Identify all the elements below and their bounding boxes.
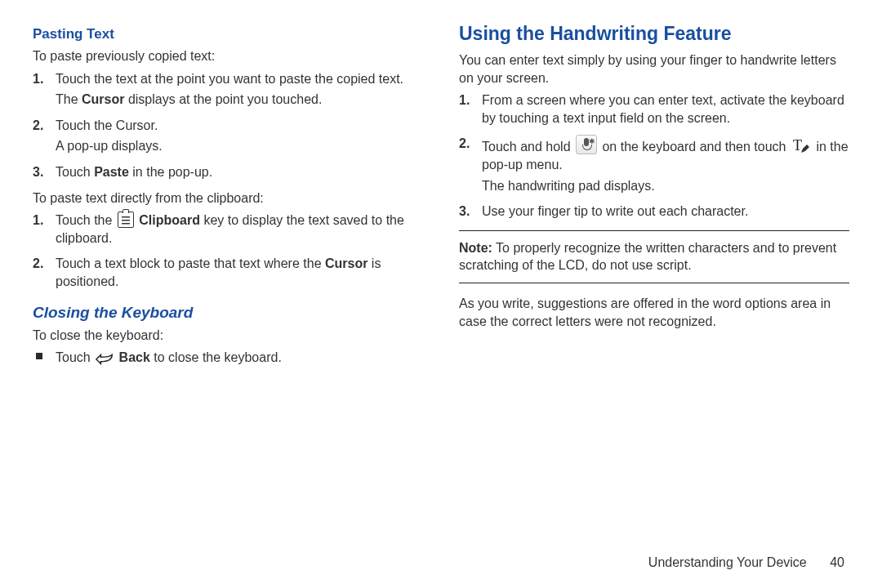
step-text: Touch a text block to paste that text wh… [56, 256, 381, 288]
list-item: 1. From a screen where you can enter tex… [482, 91, 849, 127]
text: The [56, 92, 82, 106]
step-text: Use your finger tip to write out each ch… [482, 204, 748, 218]
text: Touch a text block to paste that text wh… [56, 256, 325, 270]
step-number: 2. [33, 255, 43, 273]
list-item: 3. Use your finger tip to write out each… [482, 203, 849, 220]
step-sub: A pop-up displays. [56, 137, 423, 155]
list-item: 3. Touch Paste in the pop-up. [56, 163, 423, 181]
footer-section: Understanding Your Device [648, 555, 807, 569]
step-number: 3. [33, 163, 43, 181]
step-text: Touch Paste in the pop-up. [56, 165, 212, 179]
clipboard-steps-list: 1. Touch the Clipboard key to display th… [33, 212, 423, 290]
text: Touch the [56, 213, 116, 227]
page-footer: Understanding Your Device 40 [648, 555, 844, 570]
step-number: 2. [33, 117, 43, 135]
bold-text: Clipboard [139, 213, 200, 227]
step-text: Touch and hold ✱ on the keyboard and the… [482, 140, 849, 172]
heading-handwriting: Using the Handwriting Feature [459, 23, 849, 45]
text: on the keyboard and then touch [602, 140, 790, 154]
list-item: 2. Touch and hold ✱ on the keyboard and … [482, 135, 849, 194]
step-number: 1. [459, 91, 470, 109]
text: Touch [56, 165, 94, 179]
step-text: From a screen where you can enter text, … [482, 93, 844, 125]
list-item: Touch Back to close the keyboard. [56, 349, 423, 370]
step-number: 2. [459, 135, 470, 153]
note-text: Note: To properly recognize the written … [459, 239, 849, 274]
step-sub: The Cursor displays at the point you tou… [56, 91, 423, 109]
text: Touch and hold [482, 140, 574, 154]
text: displays at the point you touched. [124, 92, 322, 106]
step-number: 1. [33, 212, 43, 229]
handwriting-intro: You can enter text simply by using your … [459, 51, 849, 87]
note-box: Note: To properly recognize the written … [459, 230, 849, 283]
after-note-text: As you write, suggestions are offered in… [459, 295, 849, 330]
text: Touch [56, 350, 94, 364]
closing-intro: To close the keyboard: [33, 327, 423, 345]
step-number: 3. [459, 203, 470, 220]
bold-text: Back [119, 350, 150, 364]
closing-bullet-list: Touch Back to close the keyboard. [33, 349, 423, 370]
text: To properly recognize the written charac… [459, 241, 836, 273]
step-text: Touch the Clipboard key to display the t… [56, 213, 404, 245]
step-text: Touch the Cursor. [56, 118, 158, 132]
paste-steps-list: 1. Touch the text at the point you want … [33, 70, 423, 181]
list-item: 2. Touch a text block to paste that text… [56, 255, 423, 290]
back-icon [96, 352, 114, 370]
bold-text: Cursor [325, 256, 368, 270]
list-item: 2. Touch the Cursor. A pop-up displays. [56, 117, 423, 155]
heading-pasting-text: Pasting Text [33, 26, 423, 42]
step-text: Touch the text at the point you want to … [56, 72, 403, 86]
clipboard-icon [118, 212, 134, 228]
handwriting-icon: T [791, 136, 811, 154]
mic-settings-icon: ✱ [576, 135, 597, 154]
list-item: 1. Touch the Clipboard key to display th… [56, 212, 423, 247]
note-label: Note: [459, 241, 492, 255]
heading-closing-keyboard: Closing the Keyboard [33, 304, 423, 322]
bold-text: Paste [94, 165, 129, 179]
handwriting-steps-list: 1. From a screen where you can enter tex… [459, 91, 849, 220]
text: in the pop-up. [129, 165, 212, 179]
clipboard-intro: To paste text directly from the clipboar… [33, 189, 423, 207]
bold-text: Cursor [82, 92, 124, 106]
step-sub: The handwriting pad displays. [482, 177, 849, 195]
list-item: 1. Touch the text at the point you want … [56, 70, 423, 109]
page-number: 40 [830, 555, 844, 569]
text: to close the keyboard. [150, 350, 282, 364]
step-number: 1. [33, 70, 43, 88]
paste-intro: To paste previously copied text: [33, 47, 423, 65]
